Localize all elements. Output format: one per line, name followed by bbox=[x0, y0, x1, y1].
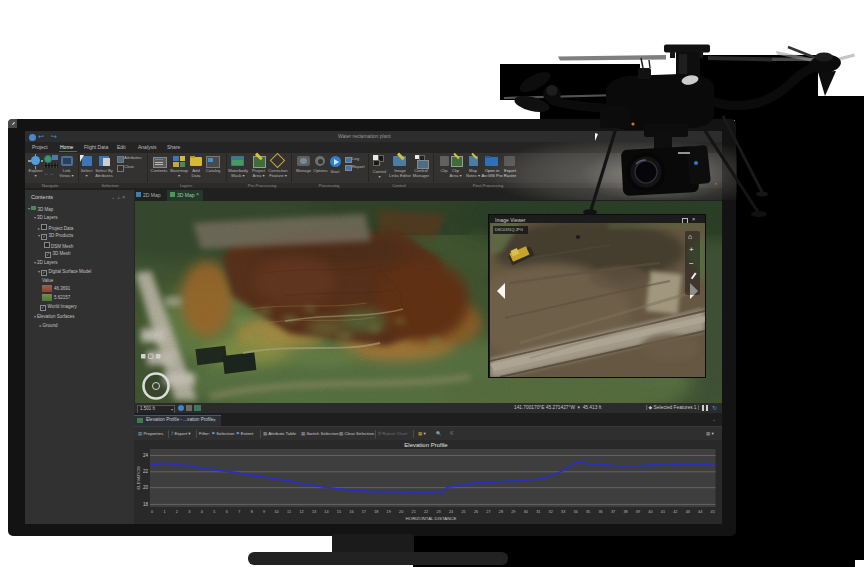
svg-text:34: 34 bbox=[573, 510, 577, 514]
svg-text:35: 35 bbox=[586, 510, 590, 514]
svg-text:16: 16 bbox=[349, 510, 353, 514]
svg-text:7: 7 bbox=[238, 510, 240, 514]
svg-text:19: 19 bbox=[387, 510, 391, 514]
svg-text:22: 22 bbox=[143, 469, 149, 474]
svg-text:11: 11 bbox=[287, 510, 291, 514]
svg-text:20: 20 bbox=[399, 510, 403, 514]
svg-text:10: 10 bbox=[274, 510, 278, 514]
svg-text:32: 32 bbox=[549, 510, 553, 514]
svg-text:6: 6 bbox=[226, 510, 228, 514]
svg-text:12: 12 bbox=[299, 510, 303, 514]
svg-text:43: 43 bbox=[686, 510, 690, 514]
svg-text:33: 33 bbox=[561, 510, 565, 514]
svg-text:42: 42 bbox=[673, 510, 677, 514]
svg-text:40: 40 bbox=[648, 510, 652, 514]
svg-text:28: 28 bbox=[499, 510, 503, 514]
svg-text:HORIZONTAL DISTANCE: HORIZONTAL DISTANCE bbox=[406, 516, 457, 521]
svg-text:2: 2 bbox=[176, 510, 178, 514]
svg-text:26: 26 bbox=[474, 510, 478, 514]
svg-text:17: 17 bbox=[362, 510, 366, 514]
svg-text:20: 20 bbox=[143, 485, 149, 490]
svg-text:8: 8 bbox=[251, 510, 253, 514]
svg-text:21: 21 bbox=[412, 510, 416, 514]
svg-text:4: 4 bbox=[201, 510, 203, 514]
svg-text:25: 25 bbox=[461, 510, 465, 514]
svg-text:23: 23 bbox=[436, 510, 440, 514]
svg-text:18: 18 bbox=[374, 510, 378, 514]
svg-text:0: 0 bbox=[151, 510, 153, 514]
svg-text:39: 39 bbox=[636, 510, 640, 514]
svg-text:22: 22 bbox=[424, 510, 428, 514]
svg-text:3: 3 bbox=[188, 510, 190, 514]
svg-text:1: 1 bbox=[163, 510, 165, 514]
svg-text:36: 36 bbox=[598, 510, 602, 514]
svg-text:29: 29 bbox=[511, 510, 515, 514]
svg-text:44: 44 bbox=[698, 510, 702, 514]
svg-text:5: 5 bbox=[213, 510, 215, 514]
svg-text:13: 13 bbox=[312, 510, 316, 514]
svg-text:37: 37 bbox=[611, 510, 615, 514]
svg-text:27: 27 bbox=[486, 510, 490, 514]
svg-text:31: 31 bbox=[536, 510, 540, 514]
svg-text:15: 15 bbox=[337, 510, 341, 514]
svg-text:45: 45 bbox=[711, 510, 715, 514]
svg-text:38: 38 bbox=[623, 510, 627, 514]
svg-text:14: 14 bbox=[324, 510, 328, 514]
svg-text:41: 41 bbox=[661, 510, 665, 514]
svg-text:24: 24 bbox=[143, 453, 149, 458]
svg-text:Elevation Profile: Elevation Profile bbox=[404, 442, 448, 448]
svg-text:18: 18 bbox=[143, 502, 149, 507]
svg-text:ELEVATION: ELEVATION bbox=[136, 467, 141, 490]
svg-text:30: 30 bbox=[524, 510, 528, 514]
svg-text:24: 24 bbox=[449, 510, 453, 514]
svg-text:9: 9 bbox=[263, 510, 265, 514]
